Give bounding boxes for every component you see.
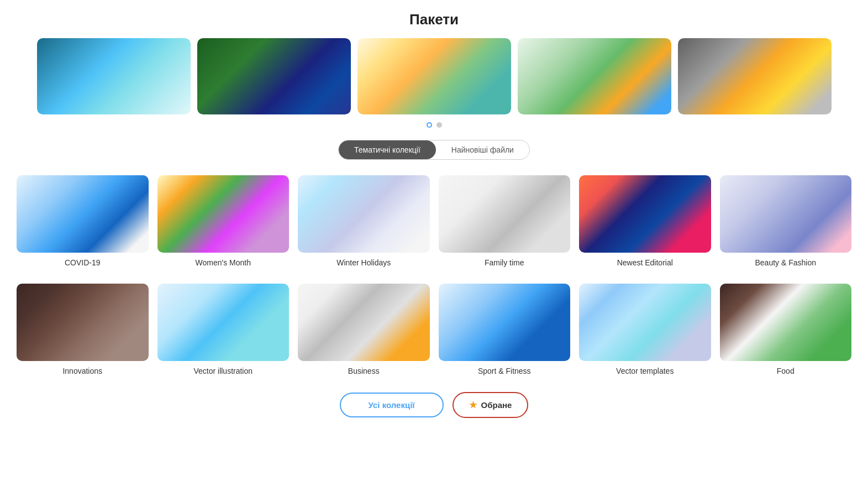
collection-label-sport-fitness: Sport & Fitness (478, 367, 531, 375)
page-title: Пакети (17, 11, 851, 28)
collection-card-womens-month[interactable]: Women's Month (157, 175, 290, 267)
tab-group: Тематичні колекціїНайновіші файли (338, 140, 530, 160)
collection-label-innovations: Innovations (62, 367, 102, 375)
favorites-button[interactable]: ★ Обране (453, 392, 529, 418)
collection-card-newest-editorial[interactable]: Newest Editorial (579, 175, 711, 267)
bottom-buttons: Усі колекції ★ Обране (17, 392, 851, 418)
tabs-container: Тематичні колекціїНайновіші файли (17, 140, 851, 160)
collection-label-newest-editorial: Newest Editorial (617, 258, 673, 267)
carousel-item-carousel-fashion[interactable] (678, 38, 832, 114)
collection-card-food[interactable]: Food (720, 284, 852, 375)
collection-label-womens-month: Women's Month (196, 258, 251, 267)
collection-grid-row1: COVID-19Women's MonthWinter HolidaysFami… (17, 175, 851, 267)
page-wrapper: Пакети Тематичні колекціїНайновіші файли… (0, 0, 868, 440)
tab-tab-thematic[interactable]: Тематичні колекції (339, 140, 436, 159)
carousel-dot-2[interactable] (436, 122, 442, 128)
collection-card-innovations[interactable]: Innovations (17, 284, 149, 375)
collection-card-business[interactable]: Business (298, 284, 430, 375)
carousel-item-carousel-illustration[interactable] (357, 38, 511, 114)
collection-card-covid[interactable]: COVID-19 (17, 175, 149, 267)
carousel-item-carousel-forest[interactable] (197, 38, 351, 114)
collection-grid-row2: InnovationsVector illustrationBusinessSp… (17, 284, 851, 375)
all-collections-button[interactable]: Усі колекції (340, 393, 444, 417)
tab-tab-newest[interactable]: Найновіші файли (436, 140, 529, 159)
collection-label-business: Business (348, 367, 380, 375)
collection-card-vector-illustration[interactable]: Vector illustration (157, 284, 290, 375)
collection-label-food: Food (777, 367, 795, 375)
collection-label-vector-templates: Vector templates (616, 367, 674, 375)
collection-label-covid: COVID-19 (65, 258, 101, 267)
carousel-dots (17, 122, 851, 128)
carousel (17, 38, 851, 114)
collection-card-beauty-fashion[interactable]: Beauty & Fashion (720, 175, 852, 267)
collection-card-vector-templates[interactable]: Vector templates (579, 284, 711, 375)
collection-card-family-time[interactable]: Family time (439, 175, 571, 267)
carousel-item-carousel-ocean[interactable] (37, 38, 191, 114)
collection-card-sport-fitness[interactable]: Sport & Fitness (439, 284, 571, 375)
collection-card-winter-holidays[interactable]: Winter Holidays (298, 175, 430, 267)
favorites-label: Обране (481, 400, 512, 410)
collection-label-family-time: Family time (485, 258, 524, 267)
collection-label-beauty-fashion: Beauty & Fashion (755, 258, 816, 267)
carousel-dot-1[interactable] (427, 122, 432, 128)
collection-label-winter-holidays: Winter Holidays (336, 258, 391, 267)
carousel-item-carousel-map[interactable] (518, 38, 671, 114)
collection-label-vector-illustration: Vector illustration (193, 367, 252, 375)
star-icon: ★ (469, 400, 477, 410)
